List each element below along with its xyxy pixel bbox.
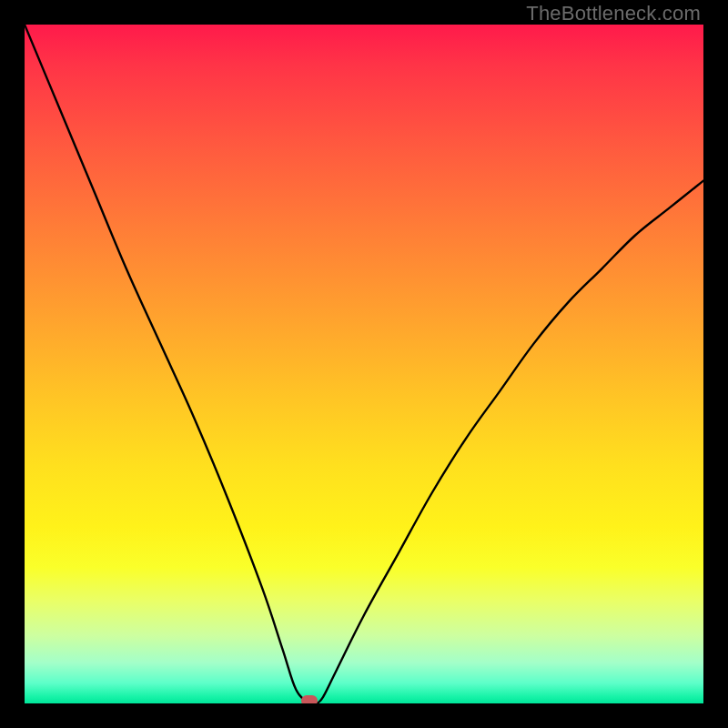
optimal-point-marker (301, 695, 318, 703)
plot-area (25, 25, 703, 703)
chart-frame: TheBottleneck.com (0, 0, 728, 728)
bottleneck-curve (25, 25, 703, 703)
watermark-text: TheBottleneck.com (526, 2, 701, 25)
